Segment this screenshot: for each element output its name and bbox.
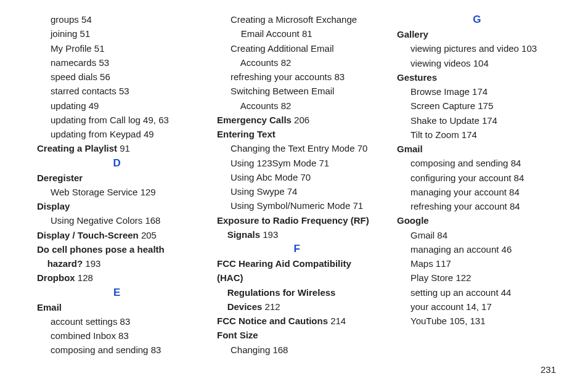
page-ref: 44 (501, 287, 512, 298)
entry-text: viewing pictures and video (410, 43, 519, 54)
entry-text: account settings (51, 316, 117, 327)
index-term: Deregister (37, 171, 197, 185)
index-letter: E (37, 287, 197, 299)
entry-text: Gmail (410, 230, 435, 240)
entry-text: Web Storage Service (51, 187, 137, 197)
entry-text: composing and sending (51, 345, 148, 355)
entry-text: Exposure to Radio Frequency (RF) (217, 215, 369, 226)
entry-text: Devices (217, 301, 262, 312)
page-ref: 122 (455, 272, 471, 283)
page-ref: 84 (514, 173, 525, 183)
page-ref: 53 (119, 86, 129, 96)
index-subentry: account settings 83 (37, 314, 197, 329)
page-ref: 131 (470, 316, 486, 326)
index-term: Emergency Calls 206 (217, 113, 377, 127)
index-subentry: Using 123Sym Mode 71 (217, 156, 377, 170)
index-subentry: Switching Between Email Accounts 82 (217, 84, 377, 113)
entry-text: managing an account (410, 244, 499, 255)
page-ref: 104 (473, 58, 489, 68)
index-subentry: Changing the Text Entry Mode 70 (217, 141, 377, 155)
entry-text: Creating a Microsoft Exchange (231, 14, 357, 25)
index-page: groups 54joining 51My Profile 51namecard… (0, 0, 588, 357)
entry-text: FCC Notice and Cautions (217, 316, 328, 326)
entry-text: setting up an account (410, 287, 499, 298)
index-term: Gallery (397, 27, 557, 41)
index-subentry: My Profile 51 (37, 41, 197, 55)
entry-text: Entering Text (217, 129, 276, 139)
index-subentry: Maps 117 (397, 256, 557, 271)
entry-text: viewing videos (410, 58, 471, 68)
index-term: Do cell phones pose a health hazard? 193 (37, 242, 197, 271)
page-ref: 91 (120, 143, 130, 153)
index-subentry: YouTube 105, 131 (397, 314, 557, 328)
page-ref: 46 (502, 244, 512, 255)
page-ref: 174 (482, 115, 497, 126)
page-ref: 128 (78, 272, 93, 283)
entry-text: hazard? (37, 258, 83, 269)
index-subentry: updating 49 (37, 99, 197, 113)
index-term: FCC Notice and Cautions 214 (217, 314, 377, 328)
page-ref: 71 (319, 158, 329, 168)
entry-text: Screen Capture (410, 100, 475, 111)
index-subentry: Web Storage Service 129 (37, 185, 197, 199)
index-subentry: Changing 168 (217, 343, 377, 357)
index-term: Email (37, 300, 197, 314)
entry-text: Dropbox (37, 272, 75, 283)
page-ref: 49 (143, 115, 153, 125)
page-ref: 193 (263, 229, 278, 240)
entry-text: composing and sending (410, 158, 508, 168)
entry-text: Regulations for Wireless (217, 287, 335, 298)
entry-text: Creating Additional Email (231, 43, 334, 54)
page-ref: 117 (436, 258, 451, 269)
index-subentry: Screen Capture 175 (397, 99, 557, 113)
page-ref: 84 (509, 187, 520, 197)
page-ref: 83 (118, 330, 129, 341)
index-subentry: joining 51 (37, 27, 197, 41)
index-term: Google (397, 213, 557, 227)
entry-text: Gallery (397, 29, 428, 39)
page-ref: 83 (151, 345, 161, 355)
page-ref: 70 (300, 172, 311, 182)
index-term: Dropbox 128 (37, 271, 197, 285)
entry-text: configuring your account (410, 173, 511, 183)
page-ref: 175 (478, 100, 493, 111)
index-term: Gmail (397, 142, 557, 156)
index-subentry: configuring your account 84 (397, 171, 557, 185)
page-ref: 214 (330, 316, 346, 326)
page-ref: 84 (511, 158, 521, 168)
index-term: Display / Touch-Screen 205 (37, 228, 197, 242)
page-ref: 63 (158, 115, 169, 125)
index-subentry: Using Symbol/Numeric Mode 71 (217, 198, 377, 213)
index-subentry: Play Store 122 (397, 271, 557, 285)
index-subentry: updating from Call log 49, 63 (37, 113, 197, 127)
page-ref: 206 (294, 115, 309, 125)
index-subentry: setting up an account 44 (397, 285, 557, 300)
entry-text: Display / Touch-Screen (37, 230, 139, 240)
page-ref: 103 (521, 43, 537, 54)
page-ref: 168 (272, 345, 288, 355)
entry-text: Creating a Playlist (37, 143, 117, 153)
entry-text: Font Size (217, 330, 258, 340)
index-letter: G (397, 14, 557, 26)
entry-text: updating from Call log (51, 115, 141, 125)
index-subentry: composing and sending 84 (397, 156, 557, 170)
entry-text: Gmail (397, 144, 423, 154)
page-ref: 84 (510, 201, 520, 211)
index-subentry: Browse Image 174 (397, 84, 557, 99)
entry-text: Maps (410, 258, 433, 269)
index-term: Creating a Playlist 91 (37, 141, 197, 155)
page-ref: 212 (265, 301, 280, 312)
index-column-1: groups 54joining 51My Profile 51namecard… (37, 12, 197, 357)
index-column-3: GGalleryviewing pictures and video 103vi… (397, 12, 557, 357)
entry-text: Switching Between Email (231, 86, 334, 96)
entry-text: Using Swype (231, 186, 285, 197)
entry-text: Signals (217, 229, 260, 240)
entry-text: Tilt to Zoom (410, 129, 459, 140)
index-subentry: Creating a Microsoft Exchange Email Acco… (217, 12, 377, 41)
entry-text: your account (410, 301, 463, 312)
entry-text: Shake to Update (410, 115, 480, 126)
page-ref: 83 (120, 316, 131, 327)
index-term: Font Size (217, 328, 377, 342)
entry-text: Browse Image (410, 86, 470, 97)
index-subentry: speed dials 56 (37, 70, 197, 84)
